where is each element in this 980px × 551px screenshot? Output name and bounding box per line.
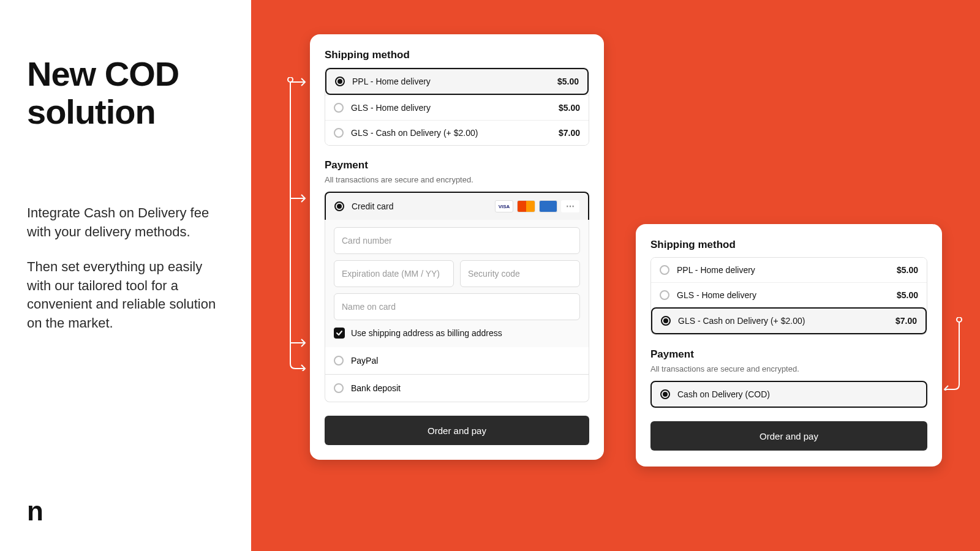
hero-copy: Integrate Cash on Delivery fee with your… (27, 204, 224, 333)
order-and-pay-button[interactable]: Order and pay (650, 421, 927, 451)
hero-p1: Integrate Cash on Delivery fee with your… (27, 204, 224, 242)
shipping-option-gls[interactable]: GLS - Home delivery $5.00 (325, 95, 589, 120)
radio-icon (334, 383, 344, 393)
payment-option-cod[interactable]: Cash on Delivery (COD) (650, 381, 927, 408)
radio-selected-icon (335, 77, 345, 86)
shipping-option-label: GLS - Cash on Delivery (+ $2.00) (351, 128, 478, 138)
paypal-label: PayPal (351, 356, 378, 365)
radio-icon (334, 103, 344, 113)
shipping-option-price: $5.00 (897, 290, 918, 300)
payment-option-bank-deposit[interactable]: Bank deposit (325, 375, 589, 402)
expiration-input[interactable] (334, 260, 454, 287)
payment-title: Payment (650, 348, 927, 361)
billing-checkbox-label: Use shipping address as billing address (351, 328, 502, 338)
shipping-option-price: $5.00 (557, 77, 579, 86)
billing-address-checkbox[interactable]: Use shipping address as billing address (334, 326, 580, 339)
card-brand-icons: VISA ⋯ (495, 200, 579, 212)
shipping-options: PPL - Home delivery $5.00 GLS - Home del… (650, 257, 927, 335)
radio-selected-icon (660, 389, 670, 399)
name-on-card-input[interactable] (334, 293, 580, 320)
shipping-option-ppl[interactable]: PPL - Home delivery $5.00 (325, 68, 589, 95)
shipping-option-label: GLS - Home delivery (351, 103, 431, 113)
checkout-card-cod: Shipping method PPL - Home delivery $5.0… (636, 224, 942, 467)
shipping-options: PPL - Home delivery $5.00 GLS - Home del… (325, 67, 589, 146)
shipping-option-price: $7.00 (895, 316, 917, 326)
checkbox-checked-icon (334, 328, 345, 339)
shipping-option-gls-cod[interactable]: GLS - Cash on Delivery (+ $2.00) $7.00 (325, 120, 589, 145)
radio-icon (660, 290, 669, 300)
payment-subtitle: All transactions are secure and encrypte… (650, 364, 927, 373)
shipping-option-price: $5.00 (559, 103, 580, 113)
credit-card-label: Credit card (352, 201, 393, 211)
radio-icon (334, 128, 344, 138)
cod-label: Cash on Delivery (COD) (677, 389, 770, 399)
visa-icon: VISA (495, 200, 513, 212)
radio-icon (334, 356, 344, 365)
checkout-card-credit: Shipping method PPL - Home delivery $5.0… (310, 34, 604, 460)
hero-panel: New COD solution Integrate Cash on Deliv… (0, 0, 251, 551)
shipping-title: Shipping method (325, 49, 589, 61)
shipping-option-price: $5.00 (897, 265, 918, 275)
svg-point-0 (288, 77, 293, 82)
shipping-option-label: GLS - Home delivery (677, 290, 756, 300)
shipping-option-label: PPL - Home delivery (677, 265, 755, 275)
shipping-option-ppl[interactable]: PPL - Home delivery $5.00 (651, 258, 927, 282)
bank-deposit-label: Bank deposit (351, 383, 401, 393)
shipping-option-gls-cod[interactable]: GLS - Cash on Delivery (+ $2.00) $7.00 (651, 307, 927, 334)
radio-selected-icon (661, 316, 671, 326)
payment-option-credit-card[interactable]: Credit card VISA ⋯ (325, 192, 589, 220)
amex-icon (539, 200, 557, 212)
radio-selected-icon (334, 201, 344, 211)
radio-icon (660, 265, 669, 275)
shipping-option-label: GLS - Cash on Delivery (+ $2.00) (678, 316, 805, 326)
hero-title: New COD solution (27, 55, 224, 130)
hero-p2: Then set everything up easily with our t… (27, 258, 224, 333)
brand-logo: n (27, 496, 41, 527)
shipping-option-label: PPL - Home delivery (352, 77, 431, 86)
mastercard-icon (517, 200, 535, 212)
connector-arrows-right-icon (942, 317, 963, 391)
shipping-option-price: $7.00 (559, 128, 580, 138)
credit-card-form: Use shipping address as billing address (325, 220, 589, 347)
shipping-title: Shipping method (650, 239, 927, 251)
connector-arrows-left-icon (287, 77, 310, 370)
payment-subtitle: All transactions are secure and encrypte… (325, 175, 589, 184)
more-brands-icon: ⋯ (561, 200, 579, 212)
order-and-pay-button[interactable]: Order and pay (325, 416, 589, 445)
security-code-input[interactable] (460, 260, 580, 287)
svg-point-1 (957, 317, 962, 322)
payment-title: Payment (325, 159, 589, 171)
payment-option-paypal[interactable]: PayPal (325, 347, 589, 375)
card-number-input[interactable] (334, 227, 580, 254)
stage: Shipping method PPL - Home delivery $5.0… (251, 0, 980, 551)
shipping-option-gls[interactable]: GLS - Home delivery $5.00 (651, 282, 927, 307)
